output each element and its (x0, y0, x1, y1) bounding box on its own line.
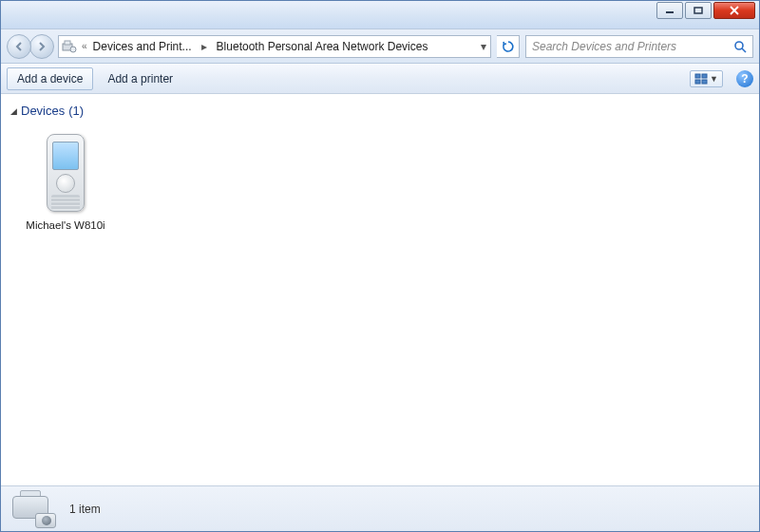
svg-rect-10 (702, 80, 707, 84)
search-input[interactable] (532, 40, 728, 53)
svg-rect-7 (695, 74, 700, 78)
view-options-button[interactable]: ▼ (690, 70, 723, 87)
breadcrumb-part-0[interactable]: Devices and Print... (89, 36, 196, 57)
devices-printers-large-icon (10, 490, 56, 528)
svg-rect-3 (65, 41, 70, 45)
svg-rect-9 (695, 80, 700, 84)
back-button[interactable] (7, 34, 31, 59)
phone-icon (39, 132, 92, 216)
details-pane: 1 item (1, 485, 759, 531)
window-controls (656, 2, 755, 19)
add-printer-button[interactable]: Add a printer (97, 67, 183, 90)
group-count: (1) (68, 104, 84, 118)
status-item-count: 1 item (69, 503, 101, 516)
chevron-down-icon: ▼ (710, 74, 718, 84)
items-grid: Michael's W810i (10, 124, 750, 239)
svg-rect-0 (666, 11, 674, 13)
chevron-right-icon[interactable]: ▸ (196, 40, 213, 53)
minimize-button[interactable] (656, 2, 683, 19)
device-item[interactable]: Michael's W810i (18, 127, 113, 236)
svg-point-4 (70, 47, 76, 52)
device-label: Michael's W810i (26, 219, 104, 231)
titlebar (1, 1, 759, 29)
group-header-devices[interactable]: ◢ Devices (1) (10, 100, 750, 124)
devices-printers-icon (59, 40, 80, 53)
explorer-window: « Devices and Print... ▸ Bluetooth Perso… (0, 0, 760, 532)
svg-rect-1 (694, 8, 702, 13)
breadcrumb-bar[interactable]: « Devices and Print... ▸ Bluetooth Perso… (58, 35, 491, 58)
group-label: Devices (21, 104, 65, 118)
breadcrumb-overflow[interactable]: « (80, 41, 89, 51)
svg-rect-8 (702, 74, 707, 78)
content-area: ◢ Devices (1) Michael's W810i (1, 94, 759, 485)
add-device-button[interactable]: Add a device (7, 67, 93, 90)
maximize-button[interactable] (685, 2, 712, 19)
breadcrumb-part-1[interactable]: Bluetooth Personal Area Network Devices (213, 36, 432, 57)
forward-button[interactable] (29, 34, 54, 59)
view-icon (694, 73, 708, 85)
collapse-triangle-icon: ◢ (10, 106, 17, 116)
breadcrumb-dropdown[interactable]: ▾ (475, 40, 490, 53)
search-box[interactable] (525, 35, 753, 58)
svg-line-6 (742, 48, 746, 52)
help-button[interactable]: ? (736, 70, 753, 87)
navigation-bar: « Devices and Print... ▸ Bluetooth Perso… (1, 29, 759, 64)
search-icon[interactable] (733, 40, 747, 53)
nav-arrows (7, 34, 52, 59)
command-bar: Add a device Add a printer ▼ ? (1, 64, 759, 94)
svg-point-5 (735, 42, 743, 49)
refresh-button[interactable] (497, 35, 520, 58)
close-button[interactable] (713, 2, 755, 19)
